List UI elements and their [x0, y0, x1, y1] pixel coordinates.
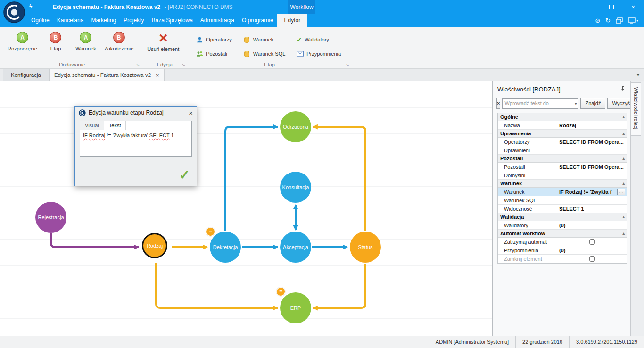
confirm-check-icon[interactable]: ✓: [179, 167, 190, 183]
dialog-header[interactable]: Edycja warunku etapu Rodzaj ×: [75, 107, 197, 119]
ribbon-button-warunek-sql[interactable]: Warunek SQL: [241, 50, 288, 58]
edge-status-odrzucona: [313, 127, 365, 231]
node-rodzaj[interactable]: Rodzaj: [142, 233, 167, 258]
tab-wlasciwosci-relacji[interactable]: Właściwości relacji: [631, 82, 641, 136]
dialog-launcher-icon[interactable]: ↘: [136, 63, 140, 67]
ribbon-button-operatorzy[interactable]: Operatorzy: [194, 35, 234, 44]
properties-search-row: × ▾ Znajdź Wyczyść: [496, 98, 627, 109]
close-button[interactable]: ×: [622, 0, 644, 14]
find-button[interactable]: Znajdź: [580, 98, 605, 109]
dialog-tabs: Visual Tekst: [80, 121, 191, 130]
edge-menu-badge-dekretacja[interactable]: ≡: [206, 227, 215, 236]
prop-row-zatrzymaj-automat[interactable]: Zatrzymaj automat: [498, 238, 627, 246]
ellipsis-editor-button[interactable]: …: [617, 189, 625, 195]
prop-row-pozostali[interactable]: PozostaliSELECT ID FROM Opera...: [498, 163, 627, 171]
tab-list-dropdown-icon[interactable]: ▾: [637, 72, 639, 77]
ribbon-button-zakonczenie[interactable]: B Zakończenie: [101, 29, 136, 52]
prop-row-uprawnieni[interactable]: Uprawnieni: [498, 146, 627, 155]
prop-row-przypomnienia[interactable]: Przypomnienia(0): [498, 246, 627, 255]
prop-row-nazwa[interactable]: NazwaRodzaj: [498, 121, 627, 130]
ribbon-button-pozostali[interactable]: Pozostali: [194, 50, 234, 58]
node-status[interactable]: Status: [350, 232, 381, 263]
properties-panel: Właściwości [RODZAJ] × ▾ Znajdź Wyczyść …: [492, 81, 630, 336]
node-dekretacja[interactable]: Dekretacja: [210, 232, 241, 263]
menu-item-o-programie[interactable]: O programie: [238, 14, 277, 27]
group-header-walidacja[interactable]: Walidacja▴: [498, 213, 627, 221]
search-clear-x-button[interactable]: ×: [496, 98, 500, 109]
menu-item-kancelaria[interactable]: Kancelaria: [53, 14, 88, 27]
node-label: ERP: [290, 305, 301, 311]
mdi-restore-button[interactable]: [512, 0, 524, 14]
window-controls: — ×: [579, 0, 644, 14]
prop-row-zamknij-element[interactable]: Zamknij element: [498, 255, 627, 263]
privacy-eye-off-icon[interactable]: ⊘: [595, 17, 600, 24]
dialog-tab-tekst[interactable]: Tekst: [104, 121, 126, 130]
titlebar[interactable]: ϟ Edycja schematu - Faktura Kosztowa v2 …: [0, 0, 644, 14]
edge-menu-badge-erp[interactable]: ≡: [276, 287, 285, 296]
ribbon-button-rozpoczecie[interactable]: A Rozpoczęcie: [5, 29, 40, 52]
menu-item-edytor[interactable]: Edytor: [277, 14, 308, 27]
node-odrzucona[interactable]: Odrzucona: [280, 111, 311, 142]
cascade-windows-icon[interactable]: [616, 17, 623, 24]
node-erp[interactable]: ERP: [280, 292, 311, 323]
window-title-suffix: - [PRJ2] CONNECTO DMS: [164, 4, 232, 10]
maximize-button[interactable]: [601, 0, 622, 14]
menu-item-projekty[interactable]: Projekty: [120, 14, 148, 27]
quick-access-icon[interactable]: ϟ: [29, 3, 32, 10]
zatrzymaj-automat-checkbox[interactable]: [589, 239, 595, 245]
minimize-button[interactable]: —: [579, 0, 601, 14]
menu-item-administracja[interactable]: Administracja: [197, 14, 238, 27]
dialog-launcher-icon[interactable]: ↘: [346, 63, 350, 67]
group-header-pozostali[interactable]: Pozostali▴: [498, 155, 627, 163]
pin-icon[interactable]: [620, 86, 626, 93]
status-user: ADMIN [Administrator Systemu]: [429, 336, 515, 348]
node-rejestracja[interactable]: Rejestracja: [35, 202, 66, 233]
prop-row-warunek[interactable]: Warunek IF Rodzaj != 'Zwykła f…: [498, 188, 627, 196]
prop-row-warunek-sql[interactable]: Warunek SQL: [498, 196, 627, 205]
circle-a-icon: A: [17, 32, 28, 43]
prop-row-widocznosc[interactable]: WidocznośćSELECT 1: [498, 205, 627, 213]
tab-edycja-schematu[interactable]: Edycja schematu - Faktura Kosztowa v2 ×: [49, 69, 165, 81]
group-header-automat-workflow[interactable]: Automat workflow▴: [498, 230, 627, 238]
menu-item-ogolne[interactable]: Ogólne: [27, 14, 53, 27]
condition-text-editor[interactable]: IF Rodzaj != 'Zwykła faktura' SELECT 1: [80, 130, 191, 141]
search-input[interactable]: [503, 100, 578, 106]
menu-item-baza-sprzetowa[interactable]: Baza Sprzętowa: [148, 14, 196, 27]
search-dropdown-icon[interactable]: ▾: [575, 101, 577, 106]
dialog-close-icon[interactable]: ×: [189, 109, 193, 117]
display-switch-icon[interactable]: ▾: [628, 17, 638, 24]
menu-item-marketing[interactable]: Marketing: [87, 14, 120, 27]
ribbon-button-usun-element[interactable]: × Usuń element: [144, 29, 182, 53]
menubar-right-icons: ⊘ ↻ ▾: [595, 14, 644, 27]
properties-title: Właściwości [RODZAJ]: [497, 86, 561, 93]
dialog-tab-visual[interactable]: Visual: [80, 121, 104, 130]
node-konsultacja[interactable]: Konsultacja: [280, 172, 311, 203]
button-label: Warunek: [253, 37, 274, 42]
workflow-canvas[interactable]: Rejestracja Rodzaj Dekretacja Akceptacja…: [0, 81, 492, 336]
sync-icon[interactable]: ↻: [605, 17, 611, 24]
prop-row-operatorzy[interactable]: OperatorzySELECT ID FROM Opera...: [498, 138, 627, 146]
prop-row-walidatory[interactable]: Walidatory(0): [498, 221, 627, 230]
tab-close-icon[interactable]: ×: [156, 72, 159, 78]
tab-konfiguracja[interactable]: Konfiguracja: [3, 69, 49, 81]
group-label-dodawanie: Dodawanie: [3, 62, 141, 67]
group-header-warunek[interactable]: Warunek▴: [498, 180, 627, 188]
prop-row-domyslni[interactable]: Domyślni: [498, 171, 627, 180]
zamknij-element-checkbox[interactable]: [589, 256, 595, 262]
ribbon-button-walidatory[interactable]: ✓ Walidatory: [294, 35, 343, 44]
ribbon-button-warunek-etap[interactable]: Warunek: [241, 35, 288, 44]
circle-a-icon: A: [80, 32, 91, 43]
app-logo-icon[interactable]: [3, 1, 25, 23]
ribbon-button-przypomnienia[interactable]: Przypomnienia: [294, 50, 343, 58]
collapse-icon: ▴: [622, 215, 625, 219]
node-akceptacja[interactable]: Akceptacja: [280, 232, 311, 263]
node-label: Rejestracja: [38, 215, 64, 220]
context-tab-workflow[interactable]: Workflow: [288, 0, 315, 14]
dialog-launcher-icon[interactable]: ↘: [182, 63, 186, 67]
node-label: Konsultacja: [282, 184, 309, 190]
ribbon-button-warunek[interactable]: A Warunek: [71, 29, 100, 52]
ribbon-button-etap[interactable]: B Etap: [41, 29, 70, 52]
group-header-ogolne[interactable]: Ogólne▴: [498, 113, 627, 121]
group-header-uprawnienia[interactable]: Uprawnienia▴: [498, 130, 627, 138]
ribbon-group-dodawanie: A Rozpoczęcie B Etap A Warunek B Zakończ…: [3, 28, 141, 68]
